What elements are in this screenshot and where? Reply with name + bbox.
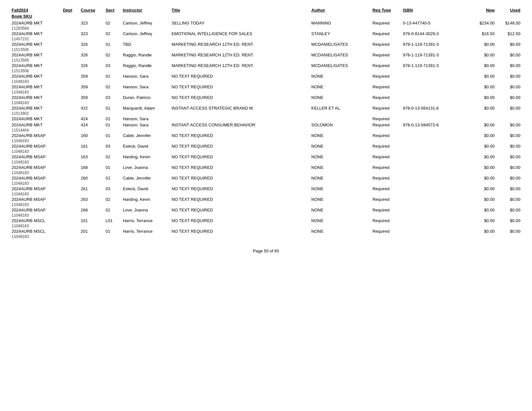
col-header-req-type: Req Type	[370, 6, 401, 14]
cell-req-type: Required	[370, 52, 401, 58]
cell-book-dept: 2024AURB MSAP	[10, 143, 61, 149]
col-header-fall2024: Fall2024	[10, 6, 61, 14]
cell-new: $0.00	[471, 73, 497, 79]
cell-title: MARKETING RESEARCH 12TH ED. RENT.	[170, 41, 309, 47]
cell-instructor: Hanson, Sara	[121, 122, 170, 128]
cell-author: MCDANIEL/GATES	[310, 63, 371, 69]
cell-isbn	[401, 143, 471, 149]
cell-sect: 01	[103, 228, 121, 234]
cell-isbn	[401, 228, 471, 234]
sku-number: 11048183	[10, 234, 522, 239]
cell-dept-empty	[61, 164, 79, 171]
cell-new: $0.00	[471, 122, 497, 128]
cell-dept-empty	[61, 116, 79, 122]
cell-req-type: Required	[370, 41, 401, 47]
cell-req-type: Required	[370, 84, 401, 90]
table-row: 2024AURB MKT35903Duran, PatricioNO TEXT …	[10, 94, 522, 101]
cell-title: MARKETING RESEARCH 12TH ED. RENT.	[170, 52, 309, 58]
table-row: 2024AURB MKT32302Carlson, JeffreySELLING…	[10, 20, 522, 26]
cell-dept-empty	[61, 207, 79, 213]
cell-req-type: Required	[370, 20, 401, 26]
cell-book-dept: 2024AURB MKT	[10, 41, 61, 47]
cell-author	[310, 116, 371, 122]
col-header-author: Author	[310, 6, 371, 14]
cell-dept-empty	[61, 132, 79, 139]
cell-sect: 02	[103, 196, 121, 202]
cell-sect: 01	[103, 122, 121, 128]
table-row: 2024AURB MSAP26001Cable, JenniferNO TEXT…	[10, 175, 522, 181]
cell-isbn: 978-1-119-71391-3	[401, 52, 471, 58]
cell-instructor: Esleck, David	[121, 186, 170, 192]
table-row: 2024AURB MKT42401Hanson, SaraINSTANT ACC…	[10, 122, 522, 128]
table-row: 2024AURB MSAP26103Esleck, DavidNO TEXT R…	[10, 186, 522, 192]
cell-dept-empty	[61, 175, 79, 181]
cell-isbn	[401, 196, 471, 202]
col-header-course: Course	[79, 6, 104, 14]
cell-req-type: Required	[370, 116, 401, 122]
cell-title: NO TEXT REQUIRED	[170, 154, 309, 160]
cell-instructor: Love, Joanna	[121, 207, 170, 213]
cell-course: 359	[79, 84, 104, 90]
cell-dept-empty	[61, 63, 79, 69]
col-header-sect: Sect	[103, 6, 121, 14]
cell-author: NONE	[310, 186, 371, 192]
cell-req-type: Required	[370, 196, 401, 202]
sku-number: 11457152	[10, 37, 522, 41]
cell-book-dept: 2024AURB MKT	[10, 84, 61, 90]
table-row: 2024AURB MSCL20101Harris, TerranceNO TEX…	[10, 228, 522, 234]
cell-isbn	[401, 218, 471, 224]
cell-book-dept: 2024AURB MKT	[10, 105, 61, 111]
cell-used: $0.00	[497, 122, 522, 128]
cell-title: INSTANT ACCESS CONSUMER BEHAVIOR	[170, 122, 309, 128]
cell-used: $0.00	[497, 132, 522, 139]
cell-dept-empty	[61, 143, 79, 149]
sku-number: 11048183	[10, 224, 522, 228]
cell-req-type: Required	[370, 63, 401, 69]
cell-title: NO TEXT REQUIRED	[170, 207, 309, 213]
cell-new: $0.00	[471, 218, 497, 224]
cell-new: $0.00	[471, 105, 497, 111]
sku-number: 11048183	[10, 171, 522, 175]
sku-number: 11514404	[10, 128, 522, 132]
cell-req-type: Required	[370, 132, 401, 139]
sku-row: 11513506	[10, 47, 522, 52]
cell-used: $0.00	[497, 41, 522, 47]
cell-book-dept: 2024AURB MSCL	[10, 228, 61, 234]
cell-course: 422	[79, 105, 104, 111]
cell-title: NO TEXT REQUIRED	[170, 175, 309, 181]
table-row: 2024AURB MKT32602Raggio, RandleMARKETING…	[10, 52, 522, 58]
cell-isbn: 978-0-13-564131-6	[401, 105, 471, 111]
cell-author: KELLER ET AL.	[310, 105, 371, 111]
cell-instructor: Hanson, Sara	[121, 116, 170, 122]
sku-number: 11513506	[10, 58, 522, 63]
cell-isbn: 978-1-119-71391-3	[401, 63, 471, 69]
cell-book-dept: 2024AURB MKT	[10, 116, 61, 122]
table-row: 2024AURB MSAP16302Harding, KevinNO TEXT …	[10, 154, 522, 160]
sku-row: 11513506	[10, 58, 522, 63]
cell-isbn: 978-1-119-71391-3	[401, 41, 471, 47]
sku-row: 11048183	[10, 79, 522, 84]
cell-dept-empty	[61, 154, 79, 160]
sku-number: 11048183	[10, 101, 522, 105]
cell-req-type: Required	[370, 122, 401, 128]
cell-req-type: Required	[370, 218, 401, 224]
cell-sect: 03	[103, 143, 121, 149]
cell-author: NONE	[310, 84, 371, 90]
sku-row: 11048183	[10, 90, 522, 94]
cell-instructor: Raggio, Randle	[121, 52, 170, 58]
cell-isbn	[401, 94, 471, 101]
cell-new: $0.00	[471, 186, 497, 192]
cell-used: $0.00	[497, 196, 522, 202]
cell-dept-empty	[61, 186, 79, 192]
sku-number: 11513506	[10, 69, 522, 73]
cell-title: SELLING TODAY	[170, 20, 309, 26]
cell-sect: 01	[103, 105, 121, 111]
cell-title: INSTANT ACCESS STRATEGIC BRAND M.	[170, 105, 309, 111]
cell-instructor: Duran, Patricio	[121, 94, 170, 101]
sku-number: 11048183	[10, 139, 522, 143]
cell-course: 260	[79, 175, 104, 181]
cell-isbn	[401, 84, 471, 90]
sku-row: 11048183	[10, 213, 522, 218]
cell-isbn	[401, 116, 471, 122]
cell-author: NONE	[310, 207, 371, 213]
